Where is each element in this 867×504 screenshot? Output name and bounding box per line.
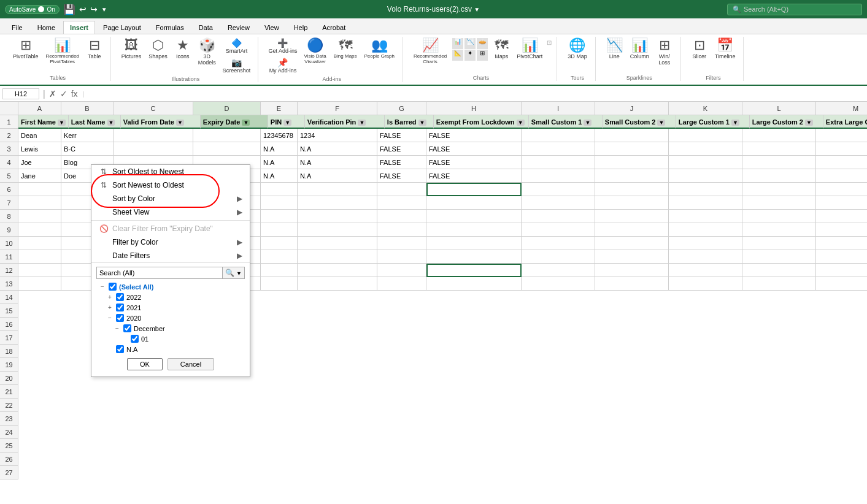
sort-by-color-item[interactable]: Sort by Color ▶ (91, 192, 250, 205)
cell-e3[interactable]: N.A (261, 142, 298, 156)
cell-j5[interactable] (595, 169, 669, 183)
charts-expand-icon[interactable]: ⊡ (547, 39, 552, 46)
cell-f2[interactable]: 1234 (298, 129, 377, 142)
header-lc2[interactable]: Large Custom 2 ▼ (750, 115, 823, 129)
col-header-a[interactable]: A (18, 102, 61, 115)
cell-m6[interactable] (816, 183, 867, 196)
cell-h5[interactable]: FALSE (426, 169, 522, 183)
year-2022-checkbox[interactable] (116, 293, 124, 301)
cell-j4[interactable] (595, 156, 669, 169)
header-xlc[interactable]: Extra Large Custom ▼ (823, 115, 867, 129)
col-header-i[interactable]: I (522, 102, 595, 115)
date-filters-item[interactable]: Date Filters ▶ (91, 249, 250, 262)
filter-search-button[interactable]: 🔍 ▼ (222, 267, 244, 278)
col-header-c[interactable]: C (114, 102, 193, 115)
more-charts-icon[interactable]: ⊞ (477, 50, 488, 61)
year-2022-expand[interactable]: + (106, 294, 114, 300)
filter-year-2020[interactable]: − 2020 (96, 313, 245, 323)
3d-map-button[interactable]: 🌐 3D Map (565, 37, 590, 61)
year-2021-expand[interactable]: + (106, 304, 114, 311)
cell-m5[interactable] (816, 169, 867, 183)
cell-g6[interactable] (377, 183, 426, 196)
cell-l7[interactable] (742, 196, 816, 210)
selected-cell-h12[interactable] (426, 264, 522, 277)
screenshot-button[interactable]: 📷 Screenshot (220, 56, 253, 75)
cell-e4[interactable]: N.A (261, 156, 298, 169)
cell-a5[interactable]: Jane (18, 169, 61, 183)
smartart-button[interactable]: 🔷 SmartArt (220, 37, 253, 55)
filter-december[interactable]: − December (96, 323, 245, 334)
cell-i5[interactable] (522, 169, 595, 183)
col-header-f[interactable]: F (298, 102, 377, 115)
col-header-m[interactable]: M (816, 102, 867, 115)
header-firstname[interactable]: First Name ▼ (18, 115, 69, 129)
timeline-button[interactable]: 📅 Timeline (712, 37, 739, 61)
tab-help[interactable]: Help (287, 21, 315, 34)
header-pin[interactable]: PIN ▼ (268, 115, 305, 129)
cell-e2[interactable]: 12345678 (261, 129, 298, 142)
header-lockdown[interactable]: Exempt From Lockdown ▼ (434, 115, 529, 129)
pie-chart-icon[interactable]: 🥧 (477, 38, 488, 49)
tab-home[interactable]: Home (31, 21, 62, 34)
cell-reference[interactable] (2, 88, 39, 99)
cell-g3[interactable]: FALSE (377, 142, 426, 156)
cell-k5[interactable] (669, 169, 742, 183)
winloss-sparkline-button[interactable]: ⊞ Win/Loss (653, 37, 676, 67)
cell-k7[interactable] (669, 196, 742, 210)
cell-i3[interactable] (522, 142, 595, 156)
december-checkbox[interactable] (123, 324, 131, 332)
col-header-e[interactable]: E (261, 102, 298, 115)
cell-a6[interactable] (18, 183, 61, 196)
undo-icon[interactable]: ↩ (79, 4, 87, 14)
formula-input[interactable] (89, 89, 865, 99)
header-expiry[interactable]: Expiry Date ▼ (201, 115, 268, 129)
pivot-chart-button[interactable]: 📊 PivotChart (514, 37, 545, 61)
cell-k3[interactable] (669, 142, 742, 156)
header-sc1[interactable]: Small Custom 1 ▼ (529, 115, 603, 129)
cell-h7[interactable] (426, 196, 522, 210)
confirm-formula-icon[interactable]: ✓ (60, 89, 67, 99)
sort-oldest-item[interactable]: ⇅ Sort Oldest to Newest (91, 165, 250, 178)
cancel-button[interactable]: Cancel (168, 358, 214, 370)
dropdown-arrow-title[interactable]: ▼ (474, 6, 480, 13)
cell-d2[interactable] (193, 129, 261, 142)
filter-na[interactable]: N.A (96, 344, 245, 354)
cell-g2[interactable]: FALSE (377, 129, 426, 142)
autosave-toggle[interactable]: AutoSave On (5, 5, 60, 14)
cell-m4[interactable] (816, 156, 867, 169)
cell-e7[interactable] (261, 196, 298, 210)
sheet-view-item[interactable]: Sheet View ▶ (91, 205, 250, 219)
filter-year-2022[interactable]: + 2022 (96, 292, 245, 302)
cell-a7[interactable] (18, 196, 61, 210)
cell-j7[interactable] (595, 196, 669, 210)
cell-a4[interactable]: Joe (18, 156, 61, 169)
cell-l3[interactable] (742, 142, 816, 156)
header-validfrom[interactable]: Valid From Date ▼ (121, 115, 201, 129)
year-2021-checkbox[interactable] (116, 304, 124, 311)
header-lastname[interactable]: Last Name ▼ (69, 115, 121, 129)
day-01-checkbox[interactable] (131, 335, 139, 343)
recommended-pivot-button[interactable]: 📊 RecommendedPivotTables (43, 37, 82, 66)
bar-chart-icon[interactable]: 📉 (464, 38, 476, 49)
save-icon[interactable]: 💾 (63, 4, 75, 15)
tab-acrobat[interactable]: Acrobat (315, 21, 352, 34)
filter-by-color-item[interactable]: Filter by Color ▶ (91, 235, 250, 249)
cell-l6[interactable] (742, 183, 816, 196)
cell-i2[interactable] (522, 129, 595, 142)
cell-f6[interactable] (298, 183, 377, 196)
cell-f4[interactable]: N.A (298, 156, 377, 169)
cell-d3[interactable] (193, 142, 261, 156)
cell-j2[interactable] (595, 129, 669, 142)
cell-l5[interactable] (742, 169, 816, 183)
cell-b3[interactable]: B-C (61, 142, 114, 156)
cell-i4[interactable] (522, 156, 595, 169)
people-graph-button[interactable]: 👥 People Graph (361, 37, 398, 61)
col-header-j[interactable]: J (595, 102, 669, 115)
filter-year-2021[interactable]: + 2021 (96, 302, 245, 313)
header-barred[interactable]: Is Barred ▼ (385, 115, 434, 129)
column-sparkline-button[interactable]: 📊 Column (627, 37, 652, 61)
col-header-d[interactable]: D (193, 102, 261, 115)
cell-k2[interactable] (669, 129, 742, 142)
tab-formulas[interactable]: Formulas (149, 21, 191, 34)
line-sparkline-button[interactable]: 📉 Line (603, 37, 626, 61)
